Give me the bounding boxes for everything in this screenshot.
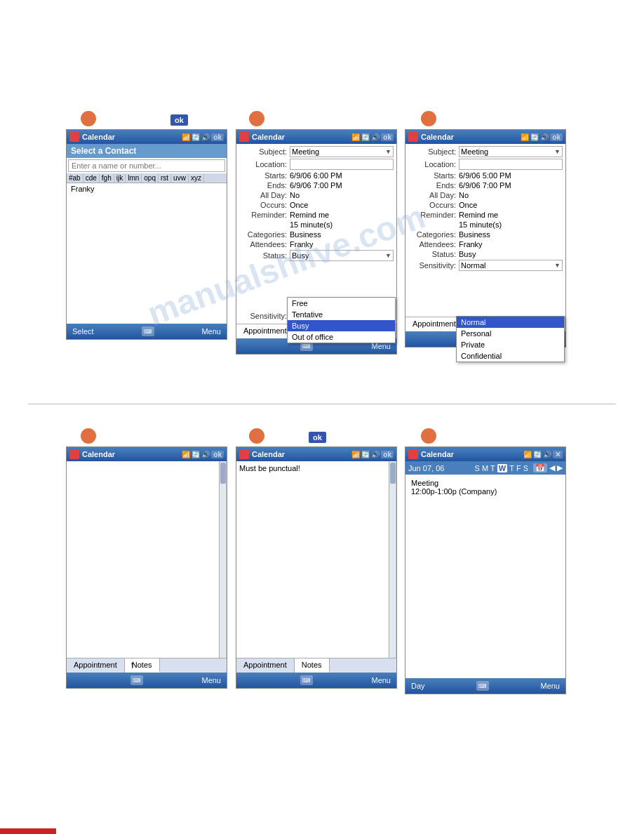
panel3-window: Calendar 📶 🔄 🔊 ok Subject: Meeting▼ Loca…: [405, 129, 566, 348]
p2-tab-appointment[interactable]: Appointment: [236, 324, 295, 338]
p3-input-location[interactable]: [459, 159, 563, 170]
p4-scrollbar[interactable]: [219, 461, 226, 658]
p2-row-categories: Categories: Business: [239, 230, 394, 239]
p3-label-allday: All Day:: [408, 191, 459, 199]
panel6-controls: 📶 🔄 🔊 ✕: [523, 451, 563, 458]
p2-label-allday: All Day:: [239, 191, 290, 199]
p2-row-minutes: 15 minute(s): [239, 220, 394, 229]
p3-dropdown-private[interactable]: Private: [457, 339, 564, 350]
p2-status-arrow: ▼: [385, 252, 391, 259]
p2-val-subject[interactable]: Meeting▼: [290, 146, 394, 157]
panel4-notes-area: [67, 461, 227, 658]
p3-val-attendees: Franky: [459, 240, 563, 249]
panel6-window: Calendar 📶 🔄 🔊 ✕ Jun 07, 06 S M T W T F …: [405, 446, 566, 694]
p2-antenna: 📶: [351, 133, 360, 141]
p2-ok[interactable]: ok: [381, 133, 394, 141]
p2-label-reminder: Reminder:: [239, 211, 290, 219]
p3-volume: 🔊: [540, 133, 549, 141]
p2-dropdown-outofoffice[interactable]: Out of office: [288, 331, 395, 343]
p3-tab-appointment[interactable]: Appointment: [405, 317, 464, 331]
panel4-toolbar: ⌨ Menu: [67, 673, 227, 688]
p3-ok[interactable]: ok: [550, 133, 563, 141]
p4-tb-keyboard[interactable]: ⌨: [130, 675, 143, 685]
p5-tab-notes[interactable]: Notes: [295, 658, 330, 673]
panel5-titlebar: Calendar 📶 🔄 🔊 ok: [236, 447, 396, 461]
p3-row-subject: Subject: Meeting▼: [408, 146, 563, 157]
contact-item-franky[interactable]: Franky: [67, 183, 227, 194]
p4-tb-menu[interactable]: Menu: [201, 676, 221, 684]
p5-tab-appointment[interactable]: Appointment: [236, 658, 295, 673]
panel1-toolbar-select[interactable]: Select: [72, 327, 94, 336]
p6-day-m: M: [482, 464, 488, 472]
p3-val-sensitivity[interactable]: Normal▼: [459, 260, 563, 271]
p2-label-ends: Ends:: [239, 181, 290, 190]
p3-val-subject[interactable]: Meeting▼: [459, 146, 563, 157]
p6-close[interactable]: ✕: [553, 451, 563, 458]
p5-scroll-thumb[interactable]: [390, 463, 396, 484]
p2-val-status[interactable]: Busy▼: [290, 250, 394, 261]
p3-sync: 🔄: [530, 133, 539, 141]
p6-day-t2: T: [509, 464, 514, 472]
p2-val-ends: 6/9/06 7:00 PM: [290, 181, 394, 190]
p6-tb-menu[interactable]: Menu: [540, 682, 560, 690]
p2-label-status: Status:: [239, 251, 290, 260]
alpha-rst[interactable]: rst: [159, 173, 171, 183]
panel5-notes-text[interactable]: Must be punctual!: [236, 461, 396, 475]
p4-scroll-thumb[interactable]: [220, 463, 226, 484]
ctrl-ok-btn[interactable]: ok: [211, 133, 224, 141]
p6-event-title: Meeting: [411, 479, 560, 487]
step3-row2-circle: [421, 428, 436, 444]
alpha-lmn[interactable]: lmn: [126, 173, 142, 183]
panel1-toolbar-menu[interactable]: Menu: [201, 327, 221, 336]
p2-row-location: Location:: [239, 159, 394, 170]
p6-next-btn[interactable]: ▶: [557, 463, 563, 472]
panel3-title: Calendar: [421, 133, 521, 141]
alpha-ab[interactable]: #ab: [67, 173, 83, 183]
p2-label-location: Location:: [239, 160, 290, 168]
alpha-ijk[interactable]: ijk: [114, 173, 126, 183]
p2-dropdown-busy[interactable]: Busy: [288, 320, 395, 331]
p2-label-starts: Starts:: [239, 171, 290, 180]
p3-row-attendees: Attendees: Franky: [408, 240, 563, 249]
panel1-controls: 📶 🔄 🔊 ok: [182, 133, 224, 141]
alpha-xyz[interactable]: xyz: [189, 173, 204, 183]
alpha-cde[interactable]: cde: [83, 173, 100, 183]
p3-dropdown-confidential[interactable]: Confidential: [457, 350, 564, 362]
p2-val-attendees: Franky: [290, 240, 394, 249]
p5-ok[interactable]: ok: [381, 451, 394, 458]
wm-icon-1: [69, 132, 79, 142]
p6-prev-btn[interactable]: ◀: [549, 463, 555, 472]
p4-ok[interactable]: ok: [211, 451, 224, 458]
p2-sync: 🔄: [361, 133, 370, 141]
step1-row2-circle: [81, 428, 96, 444]
contact-search-input[interactable]: [68, 159, 225, 172]
alpha-fgh[interactable]: fgh: [100, 173, 114, 183]
p2-status-dropdown-popup: Free Tentative Busy Out of office: [287, 297, 396, 343]
p2-dropdown-free[interactable]: Free: [288, 298, 395, 309]
p3-dropdown-normal[interactable]: Normal: [457, 317, 564, 328]
p5-tb-keyboard[interactable]: ⌨: [300, 675, 313, 685]
panel4-controls: 📶 🔄 🔊 ok: [182, 451, 224, 458]
p2-dropdown-tentative[interactable]: Tentative: [288, 309, 395, 320]
bottom-red-bar: [0, 828, 56, 834]
p4-tab-appointment[interactable]: Appointment: [67, 658, 125, 673]
panel1-toolbar-keyboard[interactable]: ⌨: [142, 326, 154, 336]
p2-input-location[interactable]: [290, 159, 394, 170]
p5-scrollbar[interactable]: [389, 461, 396, 658]
p4-tab-notes[interactable]: Notes: [125, 658, 160, 673]
alpha-opq[interactable]: opq: [142, 173, 159, 183]
p6-event-item[interactable]: Meeting 12:00p-1:00p (Company): [408, 477, 563, 497]
p3-val-categories: Business: [459, 230, 563, 239]
wm-icon-5: [239, 449, 249, 459]
alpha-uvw[interactable]: uvw: [171, 173, 189, 183]
p6-cal-icon[interactable]: 📅: [533, 463, 547, 472]
p3-val-ends: 6/9/06 7:00 PM: [459, 181, 563, 190]
p2-subject-arrow: ▼: [385, 148, 391, 155]
p3-dropdown-personal[interactable]: Personal: [457, 328, 564, 339]
p4-volume: 🔊: [201, 451, 210, 458]
p6-tb-day[interactable]: Day: [411, 682, 425, 690]
panel4-window: Calendar 📶 🔄 🔊 ok Appointment Notes ↑ ⌨ …: [66, 446, 227, 689]
p2-volume: 🔊: [371, 133, 380, 141]
p5-tb-menu[interactable]: Menu: [371, 676, 391, 684]
p6-tb-keyboard[interactable]: ⌨: [476, 681, 489, 691]
